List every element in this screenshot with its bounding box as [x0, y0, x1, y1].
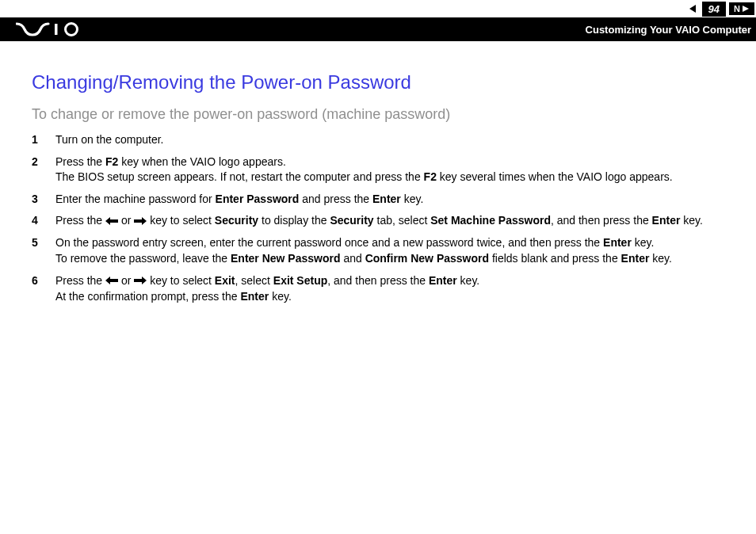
next-page-button[interactable]: N: [729, 2, 754, 15]
step-item: 1Turn on the computer.: [32, 132, 724, 148]
step-item: 4Press the or key to select Security to …: [32, 213, 724, 229]
step-item: 2Press the F2 key when the VAIO logo app…: [32, 154, 724, 185]
step-item: 6Press the or key to select Exit, select…: [32, 273, 724, 305]
step-text: Press the or key to select Exit, select …: [55, 273, 724, 305]
step-item: 5On the password entry screen, enter the…: [32, 235, 724, 266]
step-number: 5: [32, 235, 55, 266]
step-item: 3Enter the machine password for Enter Pa…: [32, 192, 724, 208]
page-title: Changing/Removing the Power-on Password: [32, 71, 724, 93]
svg-marker-1: [743, 6, 749, 12]
page-content: Changing/Removing the Power-on Password …: [32, 71, 724, 311]
steps-list: 1Turn on the computer.2Press the F2 key …: [32, 132, 724, 304]
step-text: Enter the machine password for Enter Pas…: [55, 192, 724, 208]
svg-marker-7: [134, 277, 147, 284]
step-number: 1: [32, 132, 55, 148]
breadcrumb: Customizing Your VAIO Computer: [586, 24, 751, 36]
page-subtitle: To change or remove the power-on passwor…: [32, 106, 724, 123]
vaio-logo: [16, 22, 87, 36]
step-text: Press the F2 key when the VAIO logo appe…: [55, 154, 724, 185]
right-arrow-icon: [134, 273, 147, 289]
page-number: 94: [702, 2, 726, 17]
step-number: 6: [32, 273, 55, 305]
step-text: On the password entry screen, enter the …: [55, 235, 724, 266]
svg-marker-4: [105, 217, 118, 225]
n-label: N: [734, 4, 740, 13]
svg-point-3: [66, 24, 78, 36]
svg-marker-5: [134, 217, 147, 225]
right-arrow-icon: [134, 214, 147, 230]
svg-rect-2: [55, 24, 58, 35]
step-text: Press the or key to select Security to d…: [55, 213, 724, 229]
step-number: 3: [32, 192, 55, 208]
step-number: 4: [32, 213, 55, 229]
prev-page-arrow-icon[interactable]: [688, 3, 699, 14]
svg-marker-0: [689, 5, 696, 13]
top-nav-bar: 94 N: [688, 0, 756, 17]
left-arrow-icon: [105, 214, 118, 230]
step-number: 2: [32, 154, 55, 185]
step-text: Turn on the computer.: [55, 132, 724, 148]
left-arrow-icon: [105, 273, 118, 289]
svg-marker-6: [105, 277, 118, 284]
header-bar: Customizing Your VAIO Computer: [0, 17, 756, 41]
